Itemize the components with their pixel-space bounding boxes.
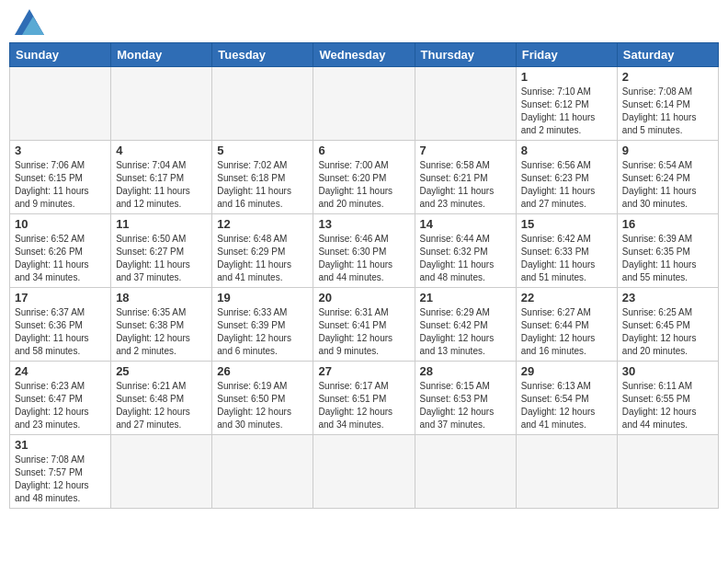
day-number: 6 [318, 144, 409, 157]
calendar-cell: 23Sunrise: 6:25 AM Sunset: 6:45 PM Dayli… [617, 288, 718, 362]
day-number: 31 [15, 438, 106, 452]
day-number: 26 [217, 364, 308, 378]
day-number: 21 [420, 291, 511, 304]
calendar-cell: 3Sunrise: 7:06 AM Sunset: 6:15 PM Daylig… [10, 141, 111, 214]
calendar-cell: 28Sunrise: 6:15 AM Sunset: 6:53 PM Dayli… [415, 362, 516, 435]
weekday-header: Monday [111, 43, 212, 67]
calendar-cell: 9Sunrise: 6:54 AM Sunset: 6:24 PM Daylig… [617, 141, 718, 214]
day-number: 24 [15, 364, 106, 378]
weekday-header: Tuesday [212, 43, 313, 67]
calendar-cell: 27Sunrise: 6:17 AM Sunset: 6:51 PM Dayli… [313, 362, 415, 435]
day-number: 14 [420, 217, 511, 231]
calendar-cell: 4Sunrise: 7:04 AM Sunset: 6:17 PM Daylig… [111, 141, 212, 214]
day-number: 10 [15, 217, 106, 231]
day-info: Sunrise: 6:50 AM Sunset: 6:27 PM Dayligh… [116, 233, 207, 284]
day-info: Sunrise: 6:54 AM Sunset: 6:24 PM Dayligh… [622, 159, 713, 211]
day-number: 1 [521, 70, 612, 84]
calendar-cell [516, 435, 617, 509]
calendar-cell: 16Sunrise: 6:39 AM Sunset: 6:35 PM Dayli… [617, 214, 718, 288]
weekday-header: Thursday [415, 43, 516, 67]
calendar-cell [415, 67, 516, 141]
day-number: 2 [622, 70, 713, 84]
day-number: 17 [15, 291, 106, 304]
day-number: 9 [622, 144, 713, 157]
calendar-cell: 14Sunrise: 6:44 AM Sunset: 6:32 PM Dayli… [415, 214, 516, 288]
day-number: 28 [420, 364, 511, 378]
calendar-cell: 8Sunrise: 6:56 AM Sunset: 6:23 PM Daylig… [516, 141, 617, 214]
calendar-week-row: 31Sunrise: 7:08 AM Sunset: 7:57 PM Dayli… [10, 435, 719, 509]
day-number: 5 [217, 144, 308, 157]
day-info: Sunrise: 6:42 AM Sunset: 6:33 PM Dayligh… [521, 233, 612, 284]
calendar-cell: 13Sunrise: 6:46 AM Sunset: 6:30 PM Dayli… [313, 214, 415, 288]
weekday-header: Sunday [10, 43, 111, 67]
day-number: 15 [521, 217, 612, 231]
day-info: Sunrise: 6:21 AM Sunset: 6:48 PM Dayligh… [116, 380, 207, 431]
day-info: Sunrise: 7:08 AM Sunset: 6:14 PM Dayligh… [622, 86, 713, 137]
day-info: Sunrise: 6:29 AM Sunset: 6:42 PM Dayligh… [420, 306, 511, 358]
page-header [9, 9, 719, 35]
day-info: Sunrise: 6:27 AM Sunset: 6:44 PM Dayligh… [521, 306, 612, 358]
day-info: Sunrise: 6:25 AM Sunset: 6:45 PM Dayligh… [622, 306, 713, 358]
day-info: Sunrise: 6:35 AM Sunset: 6:38 PM Dayligh… [116, 306, 207, 358]
day-info: Sunrise: 6:37 AM Sunset: 6:36 PM Dayligh… [15, 306, 106, 358]
calendar-cell: 31Sunrise: 7:08 AM Sunset: 7:57 PM Dayli… [10, 435, 111, 509]
day-info: Sunrise: 7:00 AM Sunset: 6:20 PM Dayligh… [318, 159, 409, 211]
calendar-cell: 1Sunrise: 7:10 AM Sunset: 6:12 PM Daylig… [516, 67, 617, 141]
calendar-table: SundayMondayTuesdayWednesdayThursdayFrid… [9, 42, 719, 509]
day-info: Sunrise: 6:31 AM Sunset: 6:41 PM Dayligh… [318, 306, 409, 358]
day-number: 25 [116, 364, 207, 378]
calendar-cell [111, 67, 212, 141]
calendar-week-row: 3Sunrise: 7:06 AM Sunset: 6:15 PM Daylig… [10, 141, 719, 214]
calendar-cell [313, 435, 415, 509]
calendar-cell: 30Sunrise: 6:11 AM Sunset: 6:55 PM Dayli… [617, 362, 718, 435]
calendar-cell [617, 435, 718, 509]
calendar-cell: 21Sunrise: 6:29 AM Sunset: 6:42 PM Dayli… [415, 288, 516, 362]
logo-icon [15, 9, 44, 35]
day-number: 23 [622, 291, 713, 304]
day-number: 13 [318, 217, 409, 231]
calendar-week-row: 10Sunrise: 6:52 AM Sunset: 6:26 PM Dayli… [10, 214, 719, 288]
day-info: Sunrise: 6:13 AM Sunset: 6:54 PM Dayligh… [521, 380, 612, 431]
day-number: 4 [116, 144, 207, 157]
day-info: Sunrise: 6:58 AM Sunset: 6:21 PM Dayligh… [420, 159, 511, 211]
day-number: 18 [116, 291, 207, 304]
calendar-cell: 5Sunrise: 7:02 AM Sunset: 6:18 PM Daylig… [212, 141, 313, 214]
calendar-cell: 22Sunrise: 6:27 AM Sunset: 6:44 PM Dayli… [516, 288, 617, 362]
day-info: Sunrise: 6:33 AM Sunset: 6:39 PM Dayligh… [217, 306, 308, 358]
calendar-cell: 24Sunrise: 6:23 AM Sunset: 6:47 PM Dayli… [10, 362, 111, 435]
weekday-header: Wednesday [313, 43, 415, 67]
calendar-cell: 20Sunrise: 6:31 AM Sunset: 6:41 PM Dayli… [313, 288, 415, 362]
calendar-cell: 2Sunrise: 7:08 AM Sunset: 6:14 PM Daylig… [617, 67, 718, 141]
calendar-cell: 17Sunrise: 6:37 AM Sunset: 6:36 PM Dayli… [10, 288, 111, 362]
day-info: Sunrise: 6:39 AM Sunset: 6:35 PM Dayligh… [622, 233, 713, 284]
calendar-cell: 15Sunrise: 6:42 AM Sunset: 6:33 PM Dayli… [516, 214, 617, 288]
day-number: 20 [318, 291, 409, 304]
day-info: Sunrise: 7:06 AM Sunset: 6:15 PM Dayligh… [15, 159, 106, 211]
day-number: 12 [217, 217, 308, 231]
day-info: Sunrise: 6:56 AM Sunset: 6:23 PM Dayligh… [521, 159, 612, 211]
weekday-header: Friday [516, 43, 617, 67]
calendar-week-row: 24Sunrise: 6:23 AM Sunset: 6:47 PM Dayli… [10, 362, 719, 435]
calendar-cell [313, 67, 415, 141]
day-number: 29 [521, 364, 612, 378]
weekday-header: Saturday [617, 43, 718, 67]
day-info: Sunrise: 6:11 AM Sunset: 6:55 PM Dayligh… [622, 380, 713, 431]
weekday-header-row: SundayMondayTuesdayWednesdayThursdayFrid… [10, 43, 719, 67]
day-info: Sunrise: 6:52 AM Sunset: 6:26 PM Dayligh… [15, 233, 106, 284]
day-info: Sunrise: 7:08 AM Sunset: 7:57 PM Dayligh… [15, 454, 106, 505]
calendar-cell: 19Sunrise: 6:33 AM Sunset: 6:39 PM Dayli… [212, 288, 313, 362]
calendar-cell [111, 435, 212, 509]
day-info: Sunrise: 6:44 AM Sunset: 6:32 PM Dayligh… [420, 233, 511, 284]
day-info: Sunrise: 6:23 AM Sunset: 6:47 PM Dayligh… [15, 380, 106, 431]
calendar-cell [415, 435, 516, 509]
day-number: 22 [521, 291, 612, 304]
day-number: 11 [116, 217, 207, 231]
calendar-cell: 29Sunrise: 6:13 AM Sunset: 6:54 PM Dayli… [516, 362, 617, 435]
day-info: Sunrise: 6:17 AM Sunset: 6:51 PM Dayligh… [318, 380, 409, 431]
day-number: 7 [420, 144, 511, 157]
calendar-cell: 7Sunrise: 6:58 AM Sunset: 6:21 PM Daylig… [415, 141, 516, 214]
day-info: Sunrise: 6:48 AM Sunset: 6:29 PM Dayligh… [217, 233, 308, 284]
calendar-cell: 12Sunrise: 6:48 AM Sunset: 6:29 PM Dayli… [212, 214, 313, 288]
calendar-cell: 6Sunrise: 7:00 AM Sunset: 6:20 PM Daylig… [313, 141, 415, 214]
day-number: 19 [217, 291, 308, 304]
